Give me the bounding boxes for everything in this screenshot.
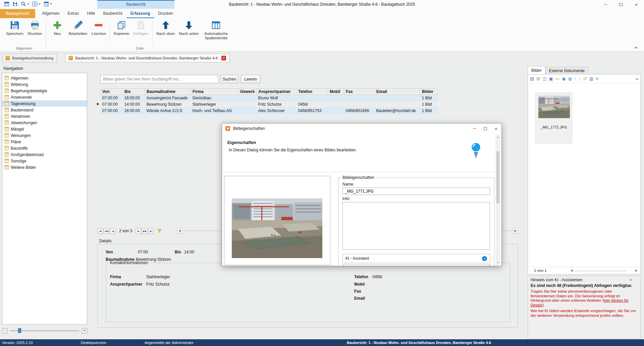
- collapse-ribbon-icon[interactable]: [633, 46, 639, 50]
- tab-externe-dokumente[interactable]: Externe Dokumente: [545, 67, 588, 75]
- scan-icon[interactable]: ◫: [542, 76, 546, 81]
- column-header-von[interactable]: Von: [101, 89, 123, 95]
- image-thumbnail[interactable]: _MG_1771.JPG: [535, 93, 572, 144]
- cell[interactable]: 07:00:00: [101, 95, 123, 101]
- copy-icon[interactable]: ▥: [589, 76, 593, 81]
- crop-icon[interactable]: ▣: [549, 76, 553, 81]
- zoom-out-button[interactable]: −: [2, 328, 7, 334]
- zoom-icon[interactable]: [21, 1, 29, 7]
- search-input[interactable]: [100, 75, 218, 83]
- nav-item-sonstige[interactable]: Sonstige: [2, 158, 87, 164]
- cell[interactable]: Alex Schlosser: [257, 108, 297, 114]
- cell[interactable]: Bauleiter@hochtief.de: [375, 108, 420, 114]
- column-header-gewerk[interactable]: Gewerk: [238, 89, 257, 95]
- loeschen-button[interactable]: Löschen: [89, 18, 108, 46]
- camera-icon[interactable]: ◉: [562, 76, 566, 81]
- column-header-bis[interactable]: Bis: [123, 89, 145, 95]
- dialog-minimize-button[interactable]: [469, 124, 480, 133]
- nav-item-grossgeraeteeinsatz[interactable]: Großgeräteeinsatz: [2, 151, 87, 158]
- hscroll-right-icon[interactable]: ▶: [635, 269, 638, 272]
- cell[interactable]: 14:00:00: [123, 101, 145, 108]
- table-row-current[interactable]: 07:00:0014:00:00Bewehrung StützenStahlve…: [101, 101, 438, 108]
- cell[interactable]: [344, 95, 375, 101]
- nav-item-witterung[interactable]: Witterung: [2, 81, 87, 88]
- table-view-icon[interactable]: [44, 1, 52, 7]
- cell[interactable]: 0456/852456: [344, 108, 375, 114]
- scroll-up-icon[interactable]: ▲: [496, 135, 500, 139]
- column-header-email[interactable]: Email: [375, 89, 420, 95]
- tab-extras[interactable]: Extras: [63, 9, 83, 18]
- prev-record-button[interactable]: ◀: [110, 228, 116, 234]
- minimize-button[interactable]: [598, 0, 613, 9]
- scroll-down-icon[interactable]: ▼: [496, 261, 500, 264]
- view-options-icon[interactable]: [32, 1, 41, 7]
- close-doctab-icon[interactable]: ×: [221, 56, 226, 60]
- nav-item-anwesende[interactable]: Anwesende: [2, 94, 87, 100]
- cell[interactable]: Fritz Schulze: [257, 101, 297, 108]
- maximize-button[interactable]: [613, 0, 629, 9]
- dialog-close-button[interactable]: ×: [491, 124, 501, 133]
- cell[interactable]: 07:00:00: [101, 101, 123, 108]
- select-frame-icon[interactable]: ▭: [555, 76, 559, 81]
- column-header-fax[interactable]: Fax: [344, 89, 375, 95]
- neu-button[interactable]: Neu: [48, 18, 67, 46]
- spaltenbreite-button[interactable]: Automatische Spaltenbreite: [201, 18, 231, 46]
- add-image-icon[interactable]: ⊞: [536, 76, 540, 81]
- app-menu-icon[interactable]: [4, 1, 9, 7]
- cell[interactable]: [328, 95, 344, 101]
- cell[interactable]: 0456/951753: [297, 108, 328, 114]
- tab-baubericht[interactable]: Baubericht: [99, 9, 126, 18]
- tab-erfassung[interactable]: Erfassung: [126, 9, 154, 18]
- cell[interactable]: Bruno Wolf: [257, 95, 297, 101]
- next-page-button[interactable]: ▶▶: [142, 228, 148, 234]
- cell[interactable]: Aussengerüst Fassade: [145, 95, 191, 101]
- nav-item-maengel[interactable]: Mängel: [2, 126, 87, 132]
- nav-item-begehungsbeteiligte[interactable]: Begehungsbeteiligte: [2, 88, 87, 94]
- cell[interactable]: [238, 108, 257, 114]
- tab-hilfe[interactable]: Hilfe: [83, 9, 99, 18]
- cell[interactable]: Gerüstbau: [191, 95, 238, 101]
- cell[interactable]: [375, 101, 420, 108]
- filter-icon[interactable]: [157, 229, 162, 233]
- kopieren-button[interactable]: Kopieren: [112, 18, 131, 46]
- cell[interactable]: Wände Achse C/2-5: [145, 108, 191, 114]
- tab-drucken[interactable]: Drucken: [154, 9, 177, 18]
- cell[interactable]: [344, 101, 375, 108]
- column-header-mobil[interactable]: Mobil: [328, 89, 344, 95]
- leeren-button[interactable]: Leeren: [241, 75, 260, 83]
- tab-bautagebuch[interactable]: Bautagebuch: [0, 9, 35, 18]
- column-header-telefon[interactable]: Telefon: [297, 89, 328, 95]
- arrow-down-icon[interactable]: ↓: [579, 76, 581, 81]
- drucken-button[interactable]: Drucken: [25, 18, 44, 46]
- speichern-button[interactable]: Speichern: [4, 18, 25, 46]
- cell[interactable]: 1 Bild: [420, 95, 438, 101]
- tab-bilder[interactable]: Bilder: [528, 66, 545, 75]
- cell[interactable]: [238, 95, 257, 101]
- rotate-icon[interactable]: ↺: [583, 76, 587, 81]
- nav-item-weisungen[interactable]: Weisungen: [2, 132, 87, 139]
- cell[interactable]: 16:00:00: [123, 95, 145, 101]
- nav-item-tagesleistung[interactable]: Tagesleistung: [2, 100, 87, 107]
- context-tab-baubericht[interactable]: Baubericht: [97, 0, 174, 9]
- cell[interactable]: [328, 101, 344, 108]
- image-info-textarea[interactable]: [342, 202, 490, 250]
- nav-item-bautenstand[interactable]: Bautenstand: [2, 107, 87, 113]
- column-header-ansprechpartner[interactable]: Ansprechpartner: [257, 89, 297, 95]
- doctab-bautagebuchverwaltung[interactable]: Bautagebuchverwaltung: [2, 54, 57, 62]
- slideshow-icon[interactable]: ◍: [568, 76, 572, 81]
- info-icon[interactable]: i: [482, 256, 487, 261]
- hscroll-right-icon[interactable]: ▶: [513, 228, 518, 234]
- cell[interactable]: 1 Bild: [420, 108, 438, 114]
- hscroll-track[interactable]: [575, 270, 627, 271]
- nav-item-allgemein[interactable]: Allgemein: [2, 75, 87, 81]
- bearbeiten-button[interactable]: Bearbeiten: [67, 18, 90, 46]
- nach-oben-button[interactable]: Nach oben: [154, 18, 177, 46]
- column-header-bilder[interactable]: Bilder: [420, 89, 438, 95]
- nav-item-weitere-bilder[interactable]: Weitere Bilder: [2, 164, 87, 170]
- hscroll-left-icon[interactable]: ◀: [177, 228, 182, 234]
- nav-item-abnahmen[interactable]: Abnahmen: [2, 113, 87, 119]
- close-button[interactable]: ×: [629, 0, 644, 9]
- tab-allgemein[interactable]: Allgemein: [38, 9, 64, 18]
- doctab-baubericht[interactable]: Baubericht: 1 - Neubau Wohn- und Geschäf…: [65, 54, 230, 62]
- cell[interactable]: Hoch- und Tiefbau AG: [191, 108, 238, 114]
